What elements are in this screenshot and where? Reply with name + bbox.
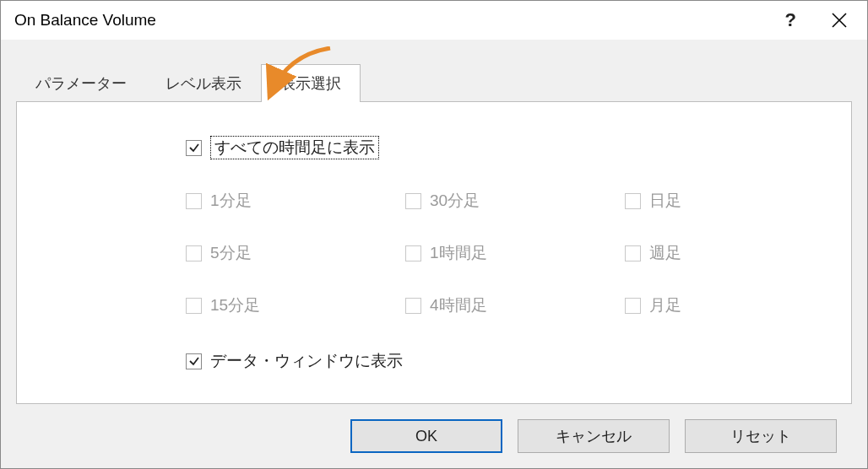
checkbox-h4[interactable]: 4時間足 bbox=[405, 294, 625, 316]
checkbox-box-icon bbox=[186, 193, 202, 209]
checkbox-m15[interactable]: 15分足 bbox=[186, 294, 405, 316]
data-window-checkbox[interactable]: データ・ウィンドウに表示 bbox=[186, 350, 800, 372]
checkbox-m1[interactable]: 1分足 bbox=[186, 190, 405, 212]
ok-button[interactable]: OK bbox=[350, 419, 502, 453]
checkbox-box-icon bbox=[186, 140, 202, 156]
tab-strip: パラメーター レベル表示 表示選択 bbox=[1, 40, 867, 101]
window-title: On Balance Volume bbox=[14, 11, 156, 30]
checkbox-label: 1分足 bbox=[210, 190, 252, 212]
checkbox-w1[interactable]: 週足 bbox=[625, 242, 794, 264]
checkbox-label: 月足 bbox=[649, 294, 681, 316]
checkbox-mn[interactable]: 月足 bbox=[625, 294, 794, 316]
checkbox-label: 日足 bbox=[649, 190, 681, 212]
checkbox-box-icon bbox=[405, 245, 421, 261]
tab-visualization[interactable]: 表示選択 bbox=[261, 64, 361, 102]
dialog-window: On Balance Volume ? パラメーター レベル表示 表示選択 bbox=[0, 0, 868, 469]
checkbox-box-icon bbox=[625, 298, 641, 314]
checkbox-label: 1時間足 bbox=[430, 242, 487, 264]
all-timeframes-checkbox[interactable]: すべての時間足に表示 bbox=[186, 136, 800, 159]
checkbox-m30[interactable]: 30分足 bbox=[405, 190, 625, 212]
close-icon bbox=[830, 11, 849, 30]
checkbox-box-icon bbox=[405, 193, 421, 209]
close-button[interactable] bbox=[827, 8, 852, 33]
tab-levels[interactable]: レベル表示 bbox=[146, 64, 261, 102]
checkbox-label: 30分足 bbox=[430, 190, 480, 212]
help-button[interactable]: ? bbox=[778, 6, 803, 35]
all-timeframes-label: すべての時間足に表示 bbox=[210, 136, 379, 159]
dialog-buttons: OK キャンセル リセット bbox=[16, 404, 852, 468]
checkbox-box-icon bbox=[186, 353, 202, 369]
visualization-panel: すべての時間足に表示 1分足 30分足 日足 5分足 bbox=[16, 101, 852, 404]
data-window-label: データ・ウィンドウに表示 bbox=[210, 350, 403, 372]
timeframe-grid: 1分足 30分足 日足 5分足 1時間足 bbox=[186, 190, 800, 320]
checkbox-box-icon bbox=[625, 245, 641, 261]
cancel-button[interactable]: キャンセル bbox=[518, 419, 670, 453]
checkbox-box-icon bbox=[186, 245, 202, 261]
checkbox-label: 4時間足 bbox=[430, 294, 487, 316]
tab-content-area: すべての時間足に表示 1分足 30分足 日足 5分足 bbox=[1, 101, 867, 468]
checkbox-label: 週足 bbox=[649, 242, 681, 264]
checkbox-label: 15分足 bbox=[210, 294, 260, 316]
tab-parameters[interactable]: パラメーター bbox=[16, 64, 146, 102]
checkbox-h1[interactable]: 1時間足 bbox=[405, 242, 625, 264]
reset-button[interactable]: リセット bbox=[685, 419, 837, 453]
checkmark-icon bbox=[188, 142, 200, 154]
checkbox-box-icon bbox=[625, 193, 641, 209]
checkbox-label: 5分足 bbox=[210, 242, 252, 264]
checkbox-box-icon bbox=[186, 298, 202, 314]
checkbox-m5[interactable]: 5分足 bbox=[186, 242, 405, 264]
checkbox-box-icon bbox=[405, 298, 421, 314]
checkbox-d1[interactable]: 日足 bbox=[625, 190, 794, 212]
titlebar: On Balance Volume ? bbox=[1, 1, 867, 40]
titlebar-controls: ? bbox=[778, 6, 862, 35]
checkmark-icon bbox=[188, 355, 200, 367]
